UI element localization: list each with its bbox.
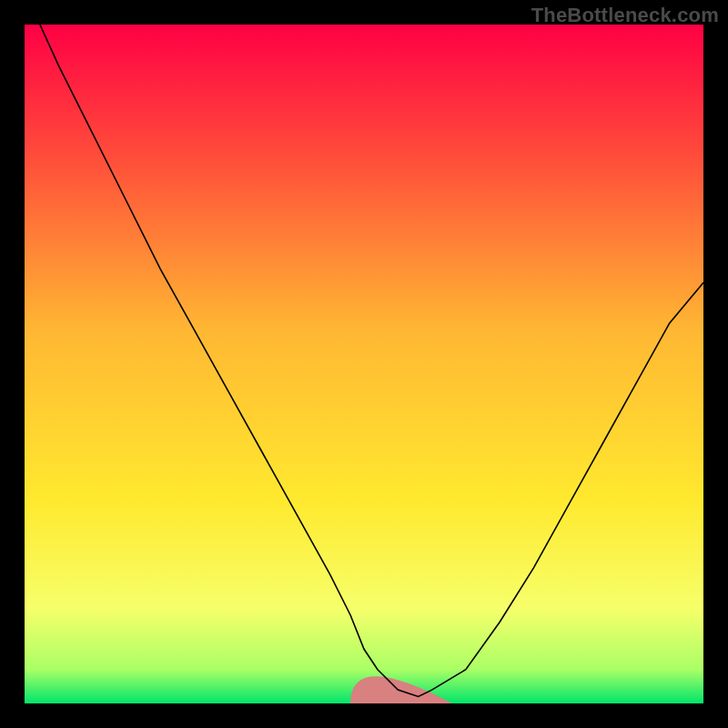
chart-svg xyxy=(25,25,703,703)
chart-frame: TheBottleneck.com xyxy=(0,0,728,728)
plot-area-bg xyxy=(25,25,703,703)
